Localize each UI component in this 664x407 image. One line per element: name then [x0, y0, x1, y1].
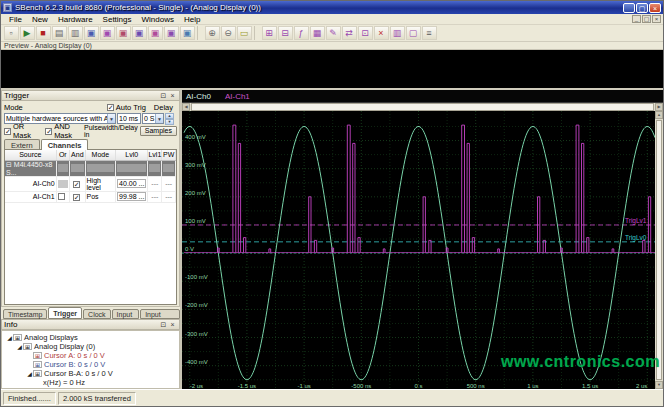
grid-icon[interactable]: ▦	[310, 26, 325, 40]
and-checkbox[interactable]: ✓	[73, 181, 80, 188]
signal-plot[interactable]: TrigLv0TrigLv1400 mV300 mV200 mV100 mV0 …	[182, 111, 657, 391]
menu-item-file[interactable]: File	[4, 15, 27, 24]
timeout-field[interactable]: 10 ms	[117, 113, 141, 124]
mdi-close-button[interactable]: ×	[652, 15, 661, 23]
vertical-scrollbar[interactable]: ▲ ▼	[655, 111, 663, 389]
display-card-7-icon[interactable]: ▣	[180, 26, 195, 40]
monitor-icon[interactable]: ▢	[406, 26, 421, 40]
function-icon[interactable]: ƒ	[294, 26, 309, 40]
column-header-pw[interactable]: PW	[162, 150, 176, 160]
plot-area[interactable]: TrigLv0TrigLv1400 mV300 mV200 mV100 mV0 …	[182, 111, 663, 389]
display-card-3-icon[interactable]: ▣	[116, 26, 131, 40]
tree-expander-icon[interactable]: ◢	[26, 370, 33, 377]
start-icon[interactable]: ▶	[20, 26, 35, 40]
close-panel-icon[interactable]: ×	[168, 91, 177, 100]
legend-channel-ai-ch1[interactable]: AI-Ch1	[225, 92, 250, 101]
column-header-and[interactable]: And	[70, 150, 85, 160]
pin-icon[interactable]: ⊡	[159, 320, 168, 329]
delay-value-select[interactable]: 0 S▼	[142, 113, 164, 124]
preview-display-area[interactable]	[1, 50, 663, 90]
stop-icon[interactable]: ■	[36, 26, 51, 40]
delete-icon[interactable]: ×	[374, 26, 389, 40]
settings-icon[interactable]: ≡	[422, 26, 437, 40]
samples-button[interactable]: Samples	[140, 126, 177, 136]
menu-item-hardware[interactable]: Hardware	[53, 15, 98, 24]
horizontal-scrollbar[interactable]: ◀ ▶	[182, 103, 663, 111]
scroll-up-icon[interactable]: ▲	[655, 111, 663, 119]
and-checkbox[interactable]: ✓	[73, 194, 80, 201]
display-icon: ⊞	[13, 334, 22, 341]
zoom-out-icon[interactable]: ⊖	[221, 26, 236, 40]
menu-item-help[interactable]: Help	[179, 15, 205, 24]
tab-trigger[interactable]: Trigger	[48, 307, 82, 319]
column-header-lvl1[interactable]: Lvl1	[148, 150, 162, 160]
display-card-5-icon[interactable]: ▣	[148, 26, 163, 40]
edit-icon[interactable]: ✎	[326, 26, 341, 40]
tree-item[interactable]: ◢⊞Analog Displays	[6, 333, 179, 342]
tree-expander-icon[interactable]: ◢	[6, 334, 13, 341]
menu-item-settings[interactable]: Settings	[98, 15, 137, 24]
tree-item[interactable]: x(Hz) = 0 Hz	[6, 378, 179, 387]
trigger-level-label-triglv1: TrigLv1	[625, 217, 647, 225]
column-header-or[interactable]: Or	[56, 150, 70, 160]
scroll-left-icon[interactable]: ◀	[182, 103, 190, 111]
or-mask-checkbox[interactable]: ✓	[4, 128, 11, 135]
legend-channel-ai-ch0[interactable]: AI-Ch0	[186, 92, 211, 101]
table-icon[interactable]: ▥	[390, 26, 405, 40]
delay-spinner[interactable]: ▲▼	[165, 113, 174, 124]
menu-item-new[interactable]: New	[27, 15, 53, 24]
new-acquisition-icon[interactable]: ▫	[4, 26, 19, 40]
calculation-icon[interactable]: ⊞	[262, 26, 277, 40]
and-mask-checkbox[interactable]: ✓	[45, 128, 52, 135]
merge-icon[interactable]: ⊡	[358, 26, 373, 40]
display-card-6-icon[interactable]: ▣	[164, 26, 179, 40]
table-row[interactable]: AI-Ch1✓Pos99.98 ...------	[5, 191, 176, 202]
cell-lvl0[interactable]: 99.98 ...	[117, 192, 146, 201]
column-header-source[interactable]: Source	[5, 150, 56, 160]
chevron-down-icon[interactable]: ▼	[155, 114, 163, 123]
title-bar: ▣ SBench 6.2.3 build 8680 (Professional …	[1, 1, 663, 14]
tree-item[interactable]: ◢⊞Cursor B-A: 0 s / 0 V	[6, 369, 179, 378]
display-card-1-icon[interactable]: ▣	[84, 26, 99, 40]
table-group-row[interactable]: ⊟ M4i.4450-x8 S...	[5, 160, 176, 176]
menu-item-windows[interactable]: Windows	[137, 15, 179, 24]
auto-trig-checkbox[interactable]: ✓	[107, 104, 114, 111]
chevron-down-icon[interactable]: ▼	[107, 114, 115, 123]
scroll-right-icon[interactable]: ▶	[655, 103, 663, 111]
hscroll-thumb[interactable]	[191, 103, 654, 111]
transfer-icon[interactable]: ⇄	[342, 26, 357, 40]
cell-lvl0[interactable]: 40.00 ...	[117, 179, 146, 188]
mdi-restore-button[interactable]: ▢	[642, 15, 651, 23]
cell-mode[interactable]: High level	[85, 176, 116, 191]
tab-channels[interactable]: Channels	[41, 139, 89, 150]
column-header-lvl0[interactable]: Lvl0	[116, 150, 148, 160]
maximize-button[interactable]: ▢	[636, 3, 648, 13]
cell-mode[interactable]: Pos	[85, 191, 116, 202]
mdi-minimize-button[interactable]: _	[632, 15, 641, 23]
scroll-down-icon[interactable]: ▼	[655, 381, 663, 389]
preview-icon[interactable]: ▤	[52, 26, 67, 40]
tab-clock[interactable]: Clock	[83, 309, 111, 319]
zoom-in-icon[interactable]: ⊕	[205, 26, 220, 40]
tree-item[interactable]: ⊞Cursor B: 0 s / 0 V	[6, 360, 179, 369]
close-button[interactable]: ×	[649, 3, 661, 13]
tree-expander-icon[interactable]: ◢	[16, 343, 23, 350]
tree-item[interactable]: ⊞Cursor A: 0 s / 0 V	[6, 351, 179, 360]
pin-icon[interactable]: ⊡	[159, 91, 168, 100]
tab-input-mode[interactable]: Input Mode	[112, 309, 140, 319]
record-icon[interactable]: ▥	[68, 26, 83, 40]
display-card-4-icon[interactable]: ▣	[132, 26, 147, 40]
display-card-2-icon[interactable]: ▣	[100, 26, 115, 40]
column-header-mode[interactable]: Mode	[85, 150, 116, 160]
close-panel-icon[interactable]: ×	[168, 320, 177, 329]
trigger-mode-select[interactable]: Multiple hardware sources with AND/OR▼	[4, 113, 116, 124]
export-icon[interactable]: ⊟	[278, 26, 293, 40]
battery-icon[interactable]: ▭	[237, 26, 252, 40]
minimize-button[interactable]: _	[623, 3, 635, 13]
vscroll-thumb[interactable]	[656, 120, 662, 380]
tree-item[interactable]: ◢⊞Analog Display (0)	[6, 342, 179, 351]
table-row[interactable]: AI-Ch0✓High level40.00 ...------	[5, 176, 176, 191]
or-checkbox[interactable]	[58, 193, 65, 200]
tab-input-channels[interactable]: Input Channels	[140, 309, 180, 319]
tab-timestamp[interactable]: Timestamp	[3, 309, 47, 319]
